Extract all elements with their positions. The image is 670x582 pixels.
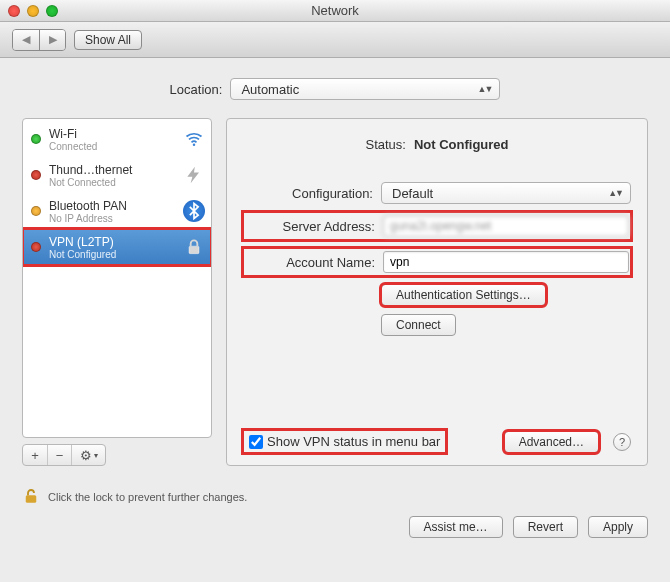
nav-buttons: ◀ ▶ <box>12 29 66 51</box>
status-label: Status: <box>365 137 405 152</box>
account-name-input[interactable] <box>383 251 629 273</box>
assist-me-button[interactable]: Assist me… <box>409 516 503 538</box>
lock-row: Click the lock to prevent further change… <box>0 476 670 508</box>
authentication-settings-button[interactable]: Authentication Settings… <box>381 284 546 306</box>
sidebar-item-status: No IP Address <box>49 213 175 224</box>
chevron-down-icon: ▾ <box>94 451 98 460</box>
minimize-icon[interactable] <box>27 5 39 17</box>
sidebar-item-bluetooth[interactable]: Bluetooth PAN No IP Address <box>23 193 211 229</box>
sidebar-item-name: Thund…thernet <box>49 163 175 177</box>
sidebar-item-status: Not Connected <box>49 177 175 188</box>
sidebar: Wi-Fi Connected Thund…thernet Not Connec… <box>22 118 212 438</box>
advanced-button[interactable]: Advanced… <box>504 431 599 453</box>
chevron-updown-icon: ▲▼ <box>478 84 492 94</box>
thunderbolt-icon <box>183 164 205 186</box>
configuration-value: Default <box>392 186 433 201</box>
footer: Assist me… Revert Apply <box>0 508 670 552</box>
gear-glyph: ⚙︎ <box>80 448 92 463</box>
sidebar-wrap: Wi-Fi Connected Thund…thernet Not Connec… <box>22 118 212 466</box>
content: Location: Automatic ▲▼ Wi-Fi Connected <box>0 58 670 476</box>
revert-button[interactable]: Revert <box>513 516 578 538</box>
sidebar-item-text: Bluetooth PAN No IP Address <box>49 199 175 224</box>
server-address-label: Server Address: <box>245 219 375 234</box>
sidebar-item-text: VPN (L2TP) Not Configured <box>49 235 175 260</box>
sidebar-controls: + − ⚙︎ ▾ <box>22 444 106 466</box>
sidebar-item-status: Not Configured <box>49 249 175 260</box>
sidebar-item-text: Wi-Fi Connected <box>49 127 175 152</box>
main-row: Wi-Fi Connected Thund…thernet Not Connec… <box>22 118 648 466</box>
window-title: Network <box>0 3 670 18</box>
status-value: Not Configured <box>414 137 509 152</box>
status-dot <box>31 242 41 252</box>
apply-button[interactable]: Apply <box>588 516 648 538</box>
sidebar-item-status: Connected <box>49 141 175 152</box>
location-select[interactable]: Automatic ▲▼ <box>230 78 500 100</box>
toolbar: ◀ ▶ Show All <box>0 22 670 58</box>
gear-icon[interactable]: ⚙︎ ▾ <box>71 445 105 465</box>
status-dot <box>31 206 41 216</box>
bluetooth-icon <box>183 200 205 222</box>
account-name-label: Account Name: <box>245 255 375 270</box>
remove-service-button[interactable]: − <box>47 445 71 465</box>
auth-row: Authentication Settings… <box>243 284 631 306</box>
configuration-row: Configuration: Default ▲▼ <box>243 182 631 204</box>
svg-rect-1 <box>189 246 199 254</box>
forward-button[interactable]: ▶ <box>39 30 65 50</box>
help-button[interactable]: ? <box>613 433 631 451</box>
svg-rect-2 <box>26 495 37 503</box>
server-address-input[interactable] <box>383 215 629 237</box>
back-button[interactable]: ◀ <box>13 30 39 50</box>
show-vpn-status-checkbox[interactable]: Show VPN status in menu bar <box>243 430 446 453</box>
show-vpn-status-input[interactable] <box>249 435 263 449</box>
sidebar-item-vpn[interactable]: VPN (L2TP) Not Configured <box>23 229 211 265</box>
sidebar-item-thunderbolt[interactable]: Thund…thernet Not Connected <box>23 157 211 193</box>
wifi-icon <box>183 128 205 150</box>
sidebar-item-name: Bluetooth PAN <box>49 199 175 213</box>
location-label: Location: <box>170 82 223 97</box>
padlock-icon[interactable] <box>22 486 40 508</box>
sidebar-item-text: Thund…thernet Not Connected <box>49 163 175 188</box>
sidebar-item-wifi[interactable]: Wi-Fi Connected <box>23 121 211 157</box>
add-service-button[interactable]: + <box>23 445 47 465</box>
window-controls <box>8 5 58 17</box>
connect-row: Connect <box>243 314 631 336</box>
location-row: Location: Automatic ▲▼ <box>22 78 648 100</box>
status-row: Status: Not Configured <box>243 137 631 152</box>
chevron-updown-icon: ▲▼ <box>608 188 622 198</box>
zoom-icon[interactable] <box>46 5 58 17</box>
panel-bottom-row: Show VPN status in menu bar Advanced… ? <box>243 430 631 453</box>
titlebar: Network <box>0 0 670 22</box>
status-dot <box>31 170 41 180</box>
server-address-row: Server Address: <box>243 212 631 240</box>
connect-button[interactable]: Connect <box>381 314 456 336</box>
svg-point-0 <box>193 144 196 147</box>
sidebar-item-name: VPN (L2TP) <box>49 235 175 249</box>
close-icon[interactable] <box>8 5 20 17</box>
show-vpn-status-label: Show VPN status in menu bar <box>267 434 440 449</box>
configuration-label: Configuration: <box>243 186 373 201</box>
show-all-button[interactable]: Show All <box>74 30 142 50</box>
detail-panel: Status: Not Configured Configuration: De… <box>226 118 648 466</box>
sidebar-item-name: Wi-Fi <box>49 127 175 141</box>
lock-text: Click the lock to prevent further change… <box>48 491 247 503</box>
location-value: Automatic <box>241 82 299 97</box>
configuration-select[interactable]: Default ▲▼ <box>381 182 631 204</box>
status-dot <box>31 134 41 144</box>
lock-icon <box>183 236 205 258</box>
account-name-row: Account Name: <box>243 248 631 276</box>
